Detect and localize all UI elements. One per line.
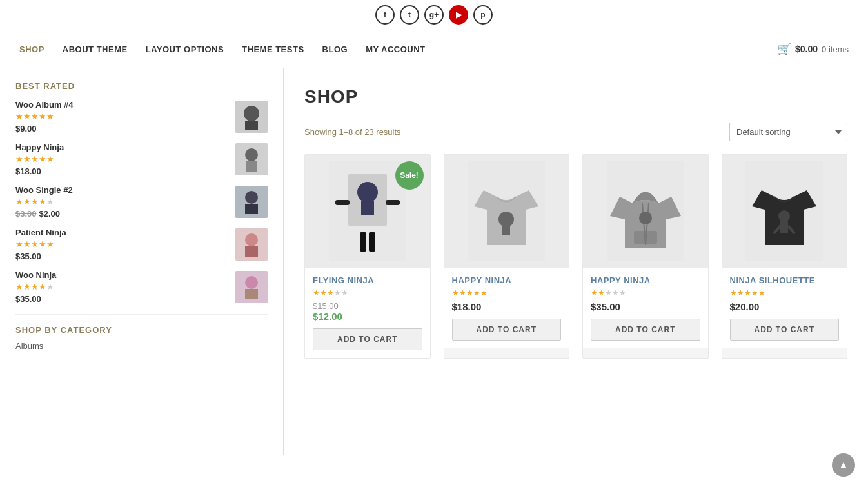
nav-item-theme-tests[interactable]: THEME TESTS <box>242 45 304 54</box>
sidebar-product-thumb-1 <box>235 101 268 133</box>
svg-rect-8 <box>245 204 258 214</box>
product-name-ninja-silhouette: NINJA SILHOUETTE <box>730 275 840 285</box>
product-stars-flying-ninja: ★★★★★ <box>313 288 422 297</box>
svg-point-7 <box>245 191 258 204</box>
cart-items-count: 0 items <box>822 45 849 54</box>
product-info-happy-ninja: HAPPY NINJA ★★★★★ $18.00 ADD TO CART <box>444 268 569 348</box>
sidebar-product-price-3: $3.00$2.00 <box>15 209 60 219</box>
youtube-icon[interactable]: ▶ <box>449 5 468 25</box>
results-count: Showing 1–8 of 23 results <box>304 127 401 137</box>
sidebar-product-thumb-3 <box>235 186 268 218</box>
page-layout: BEST RATED Woo Album #4 ★★★★★ $9.00 Happ… <box>0 68 868 455</box>
sidebar-product-price-1: $9.00 <box>15 124 37 134</box>
nav-item-my-account[interactable]: MY ACCOUNT <box>366 45 425 54</box>
product-card-happy-ninja: HAPPY NINJA ★★★★★ $18.00 ADD TO CART <box>444 154 570 359</box>
sidebar-product-name-3: Woo Single #2 <box>15 185 235 195</box>
sidebar-product-price-2: $18.00 <box>15 166 41 176</box>
products-grid: Sale! <box>304 154 847 359</box>
svg-rect-11 <box>245 246 258 257</box>
product-card-flying-ninja: Sale! <box>304 154 431 359</box>
product-name-happy-ninja-hoodie: HAPPY NINJA <box>591 275 700 285</box>
svg-point-10 <box>245 233 258 246</box>
svg-rect-14 <box>245 289 258 299</box>
sidebar-product-stars-2: ★★★★★ <box>15 154 235 164</box>
category-albums[interactable]: Albums <box>15 341 268 351</box>
nav: SHOP ABOUT THEME LAYOUT OPTIONS THEME TE… <box>19 45 426 54</box>
add-to-cart-flying-ninja[interactable]: ADD TO CART <box>313 328 422 350</box>
social-bar: f t g+ ▶ p <box>0 0 868 30</box>
shop-toolbar: Showing 1–8 of 23 results Default sortin… <box>304 123 847 141</box>
sidebar-product-thumb-5 <box>235 271 268 303</box>
nav-item-about-theme[interactable]: ABOUT THEME <box>63 45 128 54</box>
sidebar-product-stars-5: ★★★★★ <box>15 282 235 292</box>
product-image-svg-silhouette <box>745 161 823 261</box>
product-stars-happy-ninja: ★★★★★ <box>452 288 562 297</box>
nav-item-shop[interactable]: SHOP <box>19 45 44 54</box>
sidebar-product-1[interactable]: Woo Album #4 ★★★★★ $9.00 <box>15 100 268 134</box>
add-to-cart-happy-ninja[interactable]: ADD TO CART <box>452 319 562 341</box>
sidebar-product-stars-4: ★★★★★ <box>15 239 235 249</box>
product-image-happy-ninja-hoodie <box>583 155 708 268</box>
sort-select[interactable]: Default sorting Sort by price: low to hi… <box>729 123 847 141</box>
add-to-cart-happy-ninja-hoodie[interactable]: ADD TO CART <box>591 319 700 341</box>
sidebar-product-stars-3: ★★★★★ <box>15 197 235 206</box>
sidebar-product-thumb-4 <box>235 228 268 261</box>
svg-rect-18 <box>361 201 374 215</box>
sidebar-product-name-4: Patient Ninja <box>15 228 235 237</box>
product-stars-happy-ninja-hoodie: ★★★★★ <box>591 288 700 297</box>
google-plus-icon[interactable]: g+ <box>424 5 444 25</box>
product-price-sale-flying-ninja: $12.00 <box>313 311 422 322</box>
product-price-ninja-silhouette: $20.00 <box>730 301 840 312</box>
pinterest-icon[interactable]: p <box>473 5 493 25</box>
svg-rect-22 <box>369 232 375 252</box>
svg-rect-31 <box>780 221 788 233</box>
product-info-flying-ninja: FLYING NINJA ★★★★★ $15.00 $12.00 ADD TO … <box>305 268 430 358</box>
facebook-icon[interactable]: f <box>375 5 395 25</box>
svg-point-4 <box>245 148 258 161</box>
nav-item-blog[interactable]: BLOG <box>322 45 348 54</box>
product-image-svg-hoodie <box>607 161 684 261</box>
sidebar-product-price-5: $35.00 <box>15 294 41 304</box>
product-name-flying-ninja: FLYING NINJA <box>313 275 422 285</box>
product-image-flying-ninja: Sale! <box>305 155 430 268</box>
sidebar-product-5[interactable]: Woo Ninja ★★★★★ $35.00 <box>15 270 268 304</box>
svg-point-30 <box>778 210 790 222</box>
svg-point-28 <box>639 212 652 224</box>
product-info-happy-ninja-hoodie: HAPPY NINJA ★★★★★ $35.00 ADD TO CART <box>583 268 708 348</box>
twitter-icon[interactable]: t <box>400 5 419 25</box>
sidebar-product-name-2: Happy Ninja <box>15 143 235 152</box>
svg-rect-2 <box>245 121 258 130</box>
sidebar-product-2[interactable]: Happy Ninja ★★★★★ $18.00 <box>15 143 268 176</box>
add-to-cart-ninja-silhouette[interactable]: ADD TO CART <box>730 319 840 341</box>
main-content: SHOP Showing 1–8 of 23 results Default s… <box>284 68 868 455</box>
cart-area[interactable]: 🛒 $0.00 0 items <box>777 42 849 56</box>
sale-badge: Sale! <box>395 161 424 190</box>
product-price-old-flying-ninja: $15.00 <box>313 301 422 311</box>
product-price-happy-ninja-hoodie: $35.00 <box>591 301 700 312</box>
sidebar-product-3[interactable]: Woo Single #2 ★★★★★ $3.00$2.00 <box>15 185 268 219</box>
sidebar-product-name-1: Woo Album #4 <box>15 100 235 110</box>
sidebar-product-thumb-2 <box>235 143 268 175</box>
sidebar-product-4[interactable]: Patient Ninja ★★★★★ $35.00 <box>15 228 268 261</box>
product-card-happy-ninja-hoodie: HAPPY NINJA ★★★★★ $35.00 ADD TO CART <box>582 154 709 359</box>
nav-item-layout-options[interactable]: LAYOUT OPTIONS <box>146 45 224 54</box>
product-image-svg-happy-ninja <box>468 161 545 261</box>
product-card-ninja-silhouette: NINJA SILHOUETTE ★★★★★ $20.00 ADD TO CAR… <box>722 154 848 359</box>
sidebar-product-stars-1: ★★★★★ <box>15 112 235 121</box>
best-rated-title: BEST RATED <box>15 81 268 91</box>
sidebar-product-price-4: $35.00 <box>15 252 41 261</box>
product-stars-ninja-silhouette: ★★★★★ <box>730 288 840 297</box>
product-info-ninja-silhouette: NINJA SILHOUETTE ★★★★★ $20.00 ADD TO CAR… <box>722 268 847 348</box>
svg-point-17 <box>357 182 378 203</box>
svg-rect-20 <box>386 200 400 205</box>
cart-icon: 🛒 <box>777 42 791 56</box>
shop-title: SHOP <box>304 86 847 107</box>
svg-point-13 <box>245 276 258 289</box>
product-image-ninja-silhouette <box>722 155 847 268</box>
svg-rect-25 <box>502 226 510 235</box>
sidebar: BEST RATED Woo Album #4 ★★★★★ $9.00 Happ… <box>0 68 284 455</box>
product-image-happy-ninja <box>444 155 569 268</box>
shop-by-category-title: SHOP BY CATEGORY <box>15 325 268 335</box>
sidebar-product-name-5: Woo Ninja <box>15 270 235 280</box>
product-price-happy-ninja: $18.00 <box>452 301 562 312</box>
